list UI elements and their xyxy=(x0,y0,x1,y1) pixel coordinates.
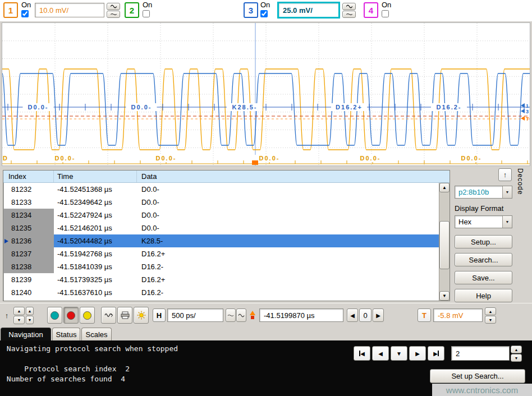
horizontal-menu-button[interactable]: H xyxy=(153,308,166,322)
help-button[interactable]: Help xyxy=(455,289,512,302)
up-arrow-icon: ▲ xyxy=(489,310,493,314)
print-button[interactable] xyxy=(117,307,132,324)
table-row[interactable]: 81240-41.51637610 µsD16.2- xyxy=(3,286,439,299)
trigger-menu-button[interactable]: T xyxy=(418,308,431,322)
current-search-button[interactable]: ▼ xyxy=(391,346,407,361)
scrollbar-thumb[interactable] xyxy=(439,221,450,269)
last-search-button[interactable]: ▶ xyxy=(428,346,444,361)
decode-source-select[interactable]: p2:8b10b ▼ xyxy=(455,186,512,199)
channel-4-on-checkbox[interactable] xyxy=(382,10,389,17)
cell-data: K28.5- xyxy=(137,234,439,247)
up-arrow-icon: ↑ xyxy=(503,171,507,179)
sine-small-icon xyxy=(227,314,234,317)
down-arrow-icon: ▼ xyxy=(489,318,493,322)
setup-search-button[interactable]: Set up Search... xyxy=(430,369,525,383)
channel-3-button[interactable]: 3 xyxy=(244,2,258,18)
spin-down-button[interactable]: ▼ xyxy=(26,316,34,324)
first-search-button[interactable]: ◀ xyxy=(354,346,370,361)
stop-button[interactable] xyxy=(63,307,79,324)
channel-1-scale-decrease-button[interactable] xyxy=(107,11,120,18)
center-zero-button[interactable]: 0 xyxy=(359,308,372,322)
table-row[interactable]: 81234-41.52247924 µsD0.0- xyxy=(3,209,439,222)
single-button[interactable] xyxy=(80,307,95,324)
panel-collapse-button[interactable]: ↑ xyxy=(498,168,512,181)
svg-text:D0.0-: D0.0- xyxy=(55,155,76,162)
setup-button[interactable]: Setup... xyxy=(455,235,512,248)
previous-search-button[interactable]: ◀ xyxy=(372,346,389,361)
cell-data: D0.0- xyxy=(137,222,439,234)
svg-text:D16.2+: D16.2+ xyxy=(336,104,363,110)
left-arrow-icon: ◀ xyxy=(350,312,355,319)
channel-1-on-label: On xyxy=(21,1,31,9)
pan-up-button[interactable]: ↑ xyxy=(2,308,11,323)
channel-2-on-checkbox[interactable] xyxy=(143,10,150,17)
tab-navigation[interactable]: Navigation xyxy=(1,328,51,340)
channel-2-button[interactable]: 2 xyxy=(125,2,139,18)
svg-text:T: T xyxy=(526,116,529,122)
scroll-down-button[interactable]: ▼ xyxy=(439,291,450,301)
channel-1-scale-field[interactable]: 10.0 mV/ xyxy=(35,3,104,17)
channel-2-on-label: On xyxy=(143,1,152,9)
channel-3-scale-decrease-button[interactable] xyxy=(342,11,356,18)
up-arrow-icon: ▲ xyxy=(28,309,32,313)
channel-1-button[interactable]: 1 xyxy=(3,2,18,18)
channel-2-on-control: On xyxy=(143,1,152,17)
channel-3-scale-field[interactable]: 25.0 mV/ xyxy=(277,2,340,19)
table-row[interactable]: 81235-41.52146201 µsD0.0- xyxy=(3,222,439,234)
channel-1-on-checkbox[interactable] xyxy=(21,10,29,17)
pan-left-button[interactable]: ◀ xyxy=(347,308,358,322)
run-button[interactable] xyxy=(47,307,62,324)
channel-3-on-checkbox[interactable] xyxy=(260,10,268,17)
waveform-canvas: D0.0-D0.0-K28.5-D16.2+D16.2-DD0.0-D0.0-D… xyxy=(2,23,530,165)
spin-down-button[interactable]: ▼ xyxy=(13,316,25,324)
svg-text:D0.0-: D0.0- xyxy=(156,155,177,162)
trigger-level-field[interactable]: -5.8 mV xyxy=(433,308,483,322)
pan-right-button[interactable]: ▶ xyxy=(373,308,384,322)
display-format-select[interactable]: Hex ▼ xyxy=(455,215,512,228)
svg-text:3: 3 xyxy=(526,109,529,114)
timebase-zoom-out-button[interactable] xyxy=(226,308,236,322)
tab-status[interactable]: Status xyxy=(52,328,80,340)
cell-data: D16.2- xyxy=(137,286,439,299)
table-row[interactable]: 81237-41.51942768 µsD16.2+ xyxy=(3,247,439,260)
tab-scales[interactable]: Scales xyxy=(81,328,112,340)
spin-down-button[interactable]: ▼ xyxy=(485,316,496,324)
search-button[interactable]: Search... xyxy=(455,253,512,266)
right-arrow-icon: ▶ xyxy=(433,351,438,357)
next-search-button[interactable]: ▶ xyxy=(409,346,426,361)
table-row[interactable]: 81239-41.51739325 µsD16.2+ xyxy=(3,273,439,286)
table-row[interactable]: 81238-41.51841039 µsD16.2- xyxy=(3,260,439,273)
column-header-index[interactable]: Index xyxy=(3,171,54,182)
timebase-scale-field[interactable]: 500 ps/ xyxy=(167,308,223,322)
channel-3-scale-increase-button[interactable] xyxy=(342,3,356,10)
timebase-zoom-in-button[interactable] xyxy=(236,308,246,322)
brightness-button[interactable] xyxy=(134,307,149,324)
spin-up-button[interactable]: ▲ xyxy=(13,307,25,315)
spin-up-button[interactable]: ▲ xyxy=(485,307,496,315)
watermark: www.cntronics.com xyxy=(432,384,532,396)
run-circle-icon xyxy=(51,311,59,320)
waveform-display[interactable]: D0.0-D0.0-K28.5-D16.2+D16.2-DD0.0-D0.0-D… xyxy=(2,22,530,166)
search-index-field[interactable]: 2 xyxy=(451,346,510,361)
spin-down-button[interactable]: ▼ xyxy=(511,354,522,362)
spin-up-button[interactable]: ▲ xyxy=(511,346,522,353)
spin-up-button[interactable]: ▲ xyxy=(26,307,34,315)
left-arrow-icon: ◀ xyxy=(378,351,383,357)
svg-text:1: 1 xyxy=(526,103,529,109)
table-scrollbar[interactable]: ▲ ▼ xyxy=(439,183,450,301)
down-arrow-icon: ▼ xyxy=(515,356,519,360)
table-row[interactable]: 81236-41.52044482 µsK28.5- xyxy=(3,234,439,247)
column-header-time[interactable]: Time xyxy=(54,171,137,182)
table-row[interactable]: 81233-41.52349642 µsD0.0- xyxy=(3,196,439,209)
column-header-data[interactable]: Data xyxy=(137,171,450,182)
right-arrow-icon: ▶ xyxy=(415,351,420,357)
trigger-position-icon xyxy=(248,308,257,322)
touch-button[interactable] xyxy=(101,307,116,324)
table-row[interactable]: 81232-41.52451368 µsD0.0- xyxy=(3,183,439,196)
scroll-up-button[interactable]: ▲ xyxy=(439,183,450,192)
channel-4-button[interactable]: 4 xyxy=(364,2,378,18)
save-button[interactable]: Save... xyxy=(455,271,512,284)
channel-1-scale-spinners xyxy=(107,3,120,18)
channel-1-scale-increase-button[interactable] xyxy=(107,3,120,10)
horizontal-position-field[interactable]: -41.5199870 µs xyxy=(259,308,343,322)
